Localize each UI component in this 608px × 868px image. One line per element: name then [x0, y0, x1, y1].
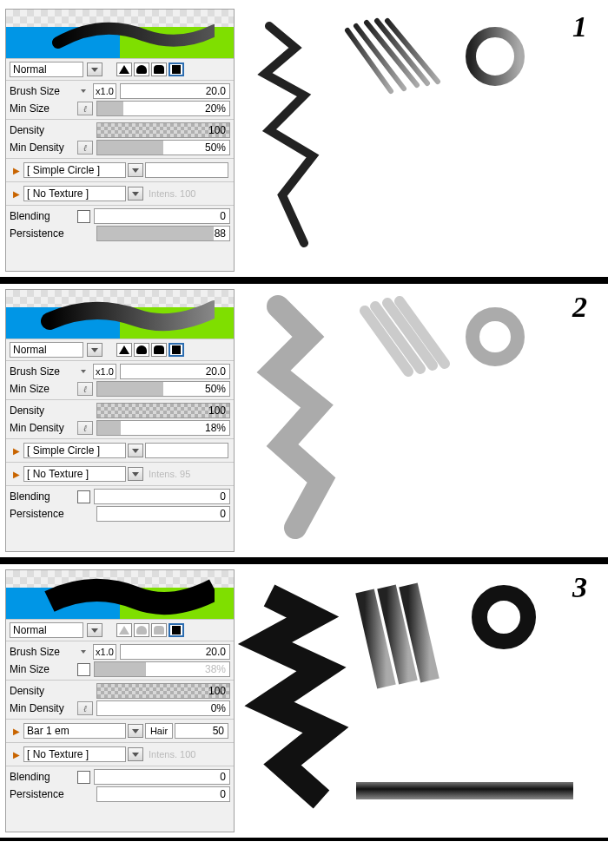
value-slider[interactable]: 0%: [96, 700, 230, 716]
svg-point-1: [473, 314, 518, 359]
brush-tip-select[interactable]: [ Simple Circle ]: [23, 162, 126, 178]
brush-size-menu-icon[interactable]: [77, 365, 89, 378]
value-slider[interactable]: 0: [94, 208, 230, 224]
brush-size-mult[interactable]: x1.0: [93, 364, 116, 379]
blending-check[interactable]: [77, 490, 90, 503]
persistence-label: Persistence: [10, 788, 74, 800]
brush-tip-select[interactable]: [ Simple Circle ]: [23, 443, 126, 458]
value-slider[interactable]: 100: [96, 403, 230, 418]
section-number: 3: [572, 571, 587, 604]
brush-shape-0[interactable]: [116, 343, 132, 357]
brush-size-value[interactable]: 20.0: [120, 364, 230, 379]
value-slider[interactable]: 38%: [94, 661, 230, 677]
brush-size-mult[interactable]: x1.0: [93, 83, 116, 99]
brush-shape-picker: [116, 62, 184, 76]
density-label: Density: [10, 685, 74, 697]
expand-icon[interactable]: ▶: [11, 750, 22, 760]
texture-intensity: Intens.95: [149, 469, 190, 479]
value-slider[interactable]: 100: [96, 683, 230, 699]
density-label: Density: [10, 404, 74, 417]
blending-check[interactable]: [77, 771, 90, 784]
brush-tip-dropdown-icon[interactable]: [128, 724, 143, 738]
brush-size-mult[interactable]: x1.0: [93, 644, 116, 660]
blend-mode-select[interactable]: Normal: [10, 622, 83, 638]
min-density-label: Min Density: [10, 702, 74, 714]
value-slider[interactable]: 0: [96, 786, 230, 802]
brush-size-label: Brush Size: [10, 85, 74, 97]
tip-extra-value[interactable]: 50: [175, 723, 228, 739]
brush-shape-3[interactable]: [169, 62, 184, 76]
blend-mode-select[interactable]: Normal: [10, 62, 83, 77]
value-slider[interactable]: 0: [94, 489, 230, 504]
brush-size-menu-icon[interactable]: [77, 85, 89, 97]
stroke-preview: [32, 577, 215, 618]
brush-shape-0[interactable]: [116, 623, 132, 637]
value-slider[interactable]: 88: [96, 226, 230, 241]
texture-select[interactable]: [ No Texture ]: [23, 746, 126, 762]
tip-extra-label[interactable]: Hair: [145, 723, 173, 739]
min-density-label: Min Density: [10, 141, 74, 154]
brush-section-1: Normal Brush Size x1.0 20.0 Min Size: [0, 0, 608, 280]
value-slider[interactable]: 50%: [96, 381, 230, 397]
value-slider[interactable]: 20%: [96, 101, 230, 116]
brush-preview: [6, 290, 234, 339]
blend-mode-select[interactable]: Normal: [10, 342, 83, 358]
brush-sample-area: 2: [235, 289, 603, 552]
expand-icon[interactable]: ▶: [11, 727, 22, 736]
texture-dropdown-icon[interactable]: [128, 467, 143, 481]
brush-tip-dropdown-icon[interactable]: [128, 163, 143, 177]
value-slider[interactable]: 18%: [96, 420, 230, 436]
brush-shape-1[interactable]: [134, 62, 149, 76]
section-number: 1: [572, 10, 587, 43]
value-slider[interactable]: 0: [94, 769, 230, 785]
texture-dropdown-icon[interactable]: [128, 187, 143, 201]
brush-shape-1[interactable]: [134, 623, 149, 637]
brush-tip-dropdown-icon[interactable]: [128, 444, 143, 457]
value-slider[interactable]: 50%: [96, 140, 230, 155]
brush-tip-select[interactable]: Bar 1 em: [23, 723, 126, 739]
texture-intensity: Intens.100: [149, 188, 195, 199]
pressure-icon[interactable]: ℓ: [77, 141, 93, 155]
expand-icon[interactable]: ▶: [11, 470, 22, 479]
brush-size-menu-icon[interactable]: [77, 646, 89, 658]
texture-select[interactable]: [ No Texture ]: [23, 186, 126, 201]
expand-icon[interactable]: ▶: [11, 189, 22, 199]
stroke-preview: [32, 297, 215, 338]
blend-mode-dropdown-icon[interactable]: [87, 62, 102, 76]
brush-shape-2[interactable]: [151, 623, 167, 637]
blend-mode-dropdown-icon[interactable]: [87, 343, 102, 357]
brush-sample-area: 1: [235, 9, 603, 272]
tip-extra-empty: [145, 162, 228, 178]
pressure-icon[interactable]: ℓ: [77, 102, 93, 115]
brush-size-value[interactable]: 20.0: [120, 83, 230, 99]
texture-dropdown-icon[interactable]: [128, 747, 143, 761]
pressure-icon[interactable]: ℓ: [77, 701, 93, 715]
brush-shape-3[interactable]: [169, 623, 184, 637]
brush-shape-3[interactable]: [169, 343, 184, 357]
expand-icon[interactable]: ▶: [11, 166, 22, 175]
pressure-icon[interactable]: ℓ: [77, 421, 93, 435]
blend-mode-dropdown-icon[interactable]: [87, 623, 102, 637]
brush-shape-picker: [116, 343, 184, 357]
min-density-label: Min Density: [10, 422, 74, 434]
blending-label: Blending: [10, 771, 74, 783]
svg-rect-3: [356, 782, 573, 799]
brush-shape-2[interactable]: [151, 343, 167, 357]
value-slider[interactable]: 100: [96, 122, 230, 138]
min-size-check[interactable]: [77, 663, 90, 676]
brush-shape-2[interactable]: [151, 62, 167, 76]
svg-point-2: [479, 593, 528, 641]
stroke-preview: [32, 16, 215, 57]
blending-label: Blending: [10, 490, 74, 503]
pressure-icon[interactable]: ℓ: [77, 382, 93, 396]
brush-shape-0[interactable]: [116, 62, 132, 76]
persistence-label: Persistence: [10, 227, 74, 240]
expand-icon[interactable]: ▶: [11, 446, 22, 456]
blending-check[interactable]: [77, 210, 90, 223]
brush-shape-1[interactable]: [134, 343, 149, 357]
min-size-label: Min Size: [10, 663, 74, 675]
brush-size-value[interactable]: 20.0: [120, 644, 230, 660]
texture-select[interactable]: [ No Texture ]: [23, 466, 126, 482]
value-slider[interactable]: 0: [96, 506, 230, 522]
section-number: 2: [572, 291, 587, 324]
